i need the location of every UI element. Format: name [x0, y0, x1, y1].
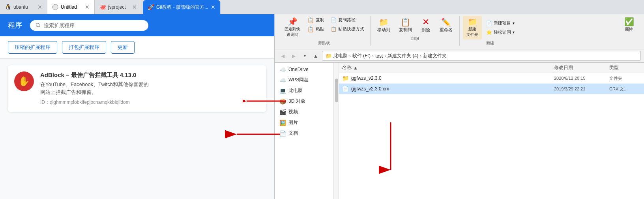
sort-arrow-icon: ▲	[353, 65, 358, 71]
extensions-search-bar[interactable]	[30, 20, 148, 31]
tab-untitled-label: Untitled	[61, 4, 82, 10]
move-to-button[interactable]: 📁 移动到	[374, 16, 394, 35]
nav-item-documents[interactable]: 📄 文档	[275, 128, 333, 139]
extension-name: AdBlock – 最佳广告拦截工具 4.13.0	[40, 71, 260, 79]
path-part-2: test	[375, 53, 383, 59]
col-date-header[interactable]: 修改日期	[554, 64, 609, 71]
file-row-1[interactable]: 📄 ggfwzs_v2.3.0.crx 2019/3/29 22:21 CRX …	[339, 84, 644, 94]
pictures-icon: 🖼️	[279, 120, 286, 126]
copy-icon: 📋	[307, 17, 314, 23]
clipboard-group: 📌 固定到快 速访问 📋 复制	[278, 16, 371, 46]
address-bar: ◀ ▶ ▾ ▲ 📁 此电脑 › 软件 (F:) › test › 新建文件夹 (…	[275, 49, 644, 63]
path-sep-3: ›	[420, 53, 421, 59]
nav-scrollbar[interactable]	[334, 63, 339, 199]
path-part-0: 此电脑	[333, 53, 348, 59]
properties-section: ✅ 属性	[617, 16, 641, 46]
tab-git-tutorial-close-icon[interactable]: ✕	[211, 4, 215, 10]
extensions-nav: 压缩的扩展程序 打包扩展程序 更新	[0, 36, 274, 59]
extensions-header: 程序	[0, 14, 274, 36]
folder-icon: 📁	[342, 75, 349, 81]
col-type-header[interactable]: 类型	[609, 64, 641, 71]
pack-extension-button[interactable]: 打包扩展程序	[62, 41, 106, 54]
paste-button[interactable]: 📋 粘贴	[305, 25, 327, 33]
svg-line-2	[39, 26, 40, 27]
copy-to-icon: 📋	[401, 18, 410, 26]
file-row-0[interactable]: 📁 ggfwzs_v2.3.0 2020/6/12 20:15 文件夹	[339, 73, 644, 84]
paste-icon: 📋	[307, 26, 314, 32]
new-group-label: 新建	[486, 40, 494, 46]
ubuntu-favicon-icon: 🐧	[5, 4, 11, 10]
new-folder-button[interactable]: 📁 新建 文件夹	[463, 16, 482, 39]
delete-icon: ✕	[422, 18, 429, 26]
move-to-icon: 📁	[379, 18, 389, 26]
update-button[interactable]: 更新	[111, 41, 135, 54]
recent-button[interactable]: ▾	[300, 51, 309, 61]
crx-file-icon: 📄	[342, 86, 349, 92]
tab-bar: 🐧 ubantu ✕ Untitled ✕ 🐙 jsproject ✕ 🚀 Gi…	[0, 0, 644, 14]
path-sep-1: ›	[372, 53, 374, 59]
git-tutorial-favicon-icon: 🚀	[148, 4, 154, 10]
path-part-1: 软件 (F:)	[352, 53, 371, 59]
adblock-icon: ✋	[14, 71, 34, 91]
new-item-dropdown-icon: ▾	[513, 21, 515, 25]
col-name-header[interactable]: 名称 ▲	[342, 64, 554, 71]
copy-button[interactable]: 📋 复制	[305, 16, 327, 24]
explorer-body: ☁️ OneDrive ☁️ WPS网盘 💻 此电脑 📦	[275, 63, 644, 199]
tab-jsproject[interactable]: 🐙 jsproject ✕	[95, 0, 142, 14]
extension-id: ID：qighmmmpiobklfepjocnamqkkbiqlidom	[40, 99, 260, 106]
clipboard-group-label: 剪贴板	[318, 40, 330, 46]
up-button[interactable]: ▲	[311, 51, 320, 61]
ribbon: 📌 固定到快 速访问 📋 复制	[275, 14, 644, 49]
wps-icon: ☁️	[279, 77, 286, 83]
extensions-title: 程序	[8, 21, 22, 30]
paste-shortcut-button[interactable]: 📋 粘贴快捷方式	[328, 25, 367, 33]
tab-git-tutorial-label: Git教程 - 廖雪峰的官方...	[156, 4, 208, 11]
tab-untitled[interactable]: Untitled ✕	[47, 0, 95, 14]
svg-point-1	[36, 23, 39, 26]
documents-icon: 📄	[279, 130, 286, 137]
path-part-3: 新建文件夹 (4)	[388, 53, 418, 59]
properties-icon: ✅	[624, 18, 634, 26]
new-item-button[interactable]: 📄 新建项目 ▾	[483, 19, 517, 27]
nav-item-pictures[interactable]: 🖼️ 图片	[275, 117, 333, 128]
new-group: 📁 新建 文件夹 📄 新建项目 ▾	[460, 16, 520, 46]
tab-jsproject-label: jsproject	[108, 4, 130, 10]
copy-path-button[interactable]: 📄 复制路径	[328, 16, 367, 24]
organize-group: 📁 移动到 📋 复制到 ✕ 删除	[371, 16, 460, 46]
video-icon: 🎬	[279, 109, 286, 115]
nav-item-onedrive[interactable]: ☁️ OneDrive	[275, 64, 333, 75]
copy-to-button[interactable]: 📋 复制到	[395, 16, 416, 35]
compressed-extensions-button[interactable]: 压缩的扩展程序	[8, 41, 57, 54]
back-button[interactable]: ◀	[278, 51, 287, 61]
jsproject-favicon-icon: 🐙	[99, 4, 106, 10]
tab-ubuntu[interactable]: 🐧 ubantu ✕	[0, 0, 47, 14]
extension-info: AdBlock – 最佳广告拦截工具 4.13.0 在YouTube、Faceb…	[40, 71, 260, 106]
copy-path-icon: 📄	[331, 18, 337, 23]
new-item-icon: 📄	[486, 21, 492, 26]
search-input[interactable]	[44, 23, 143, 28]
tab-ubuntu-close-icon[interactable]: ✕	[37, 4, 42, 10]
pin-to-quick-access-button[interactable]: 📌 固定到快 速访问	[281, 16, 304, 39]
onedrive-icon: ☁️	[279, 66, 286, 73]
forward-button[interactable]: ▶	[289, 51, 298, 61]
extension-description: 在YouTube、Facebook、Twitch和其他你喜爱的 网站上拦截广告和…	[40, 81, 260, 96]
organize-group-label: 组织	[411, 36, 419, 41]
delete-button[interactable]: ✕ 删除	[417, 16, 434, 35]
nav-panel: ☁️ OneDrive ☁️ WPS网盘 💻 此电脑 📦	[275, 63, 334, 199]
properties-button[interactable]: ✅ 属性	[620, 16, 638, 34]
extension-card: ✋ AdBlock – 最佳广告拦截工具 4.13.0 在YouTube、Fac…	[8, 65, 266, 112]
file-list: 名称 ▲ 修改日期 类型 📁 ggfwzs_v2.3.0 2020/6/12 2…	[339, 63, 644, 199]
red-arrow-left	[243, 93, 290, 109]
tab-jsproject-close-icon[interactable]: ✕	[132, 4, 137, 10]
nav-item-wps[interactable]: ☁️ WPS网盘	[275, 75, 333, 85]
address-path[interactable]: 📁 此电脑 › 软件 (F:) › test › 新建文件夹 (4) › 新建文…	[322, 51, 641, 61]
tab-git-tutorial[interactable]: 🚀 Git教程 - 廖雪峰的官方... ✕	[143, 0, 221, 14]
easy-access-button[interactable]: ⭐ 轻松访问 ▾	[483, 28, 517, 36]
path-part-4: 新建文件夹	[423, 53, 447, 59]
easy-access-icon: ⭐	[486, 30, 492, 35]
stop-hand-icon: ✋	[18, 76, 30, 87]
windows-explorer: 📌 固定到快 速访问 📋 复制	[274, 14, 644, 199]
rename-button[interactable]: ✏️ 重命名	[436, 16, 456, 35]
path-sep-0: ›	[349, 53, 351, 59]
tab-untitled-close-icon[interactable]: ✕	[85, 4, 90, 10]
